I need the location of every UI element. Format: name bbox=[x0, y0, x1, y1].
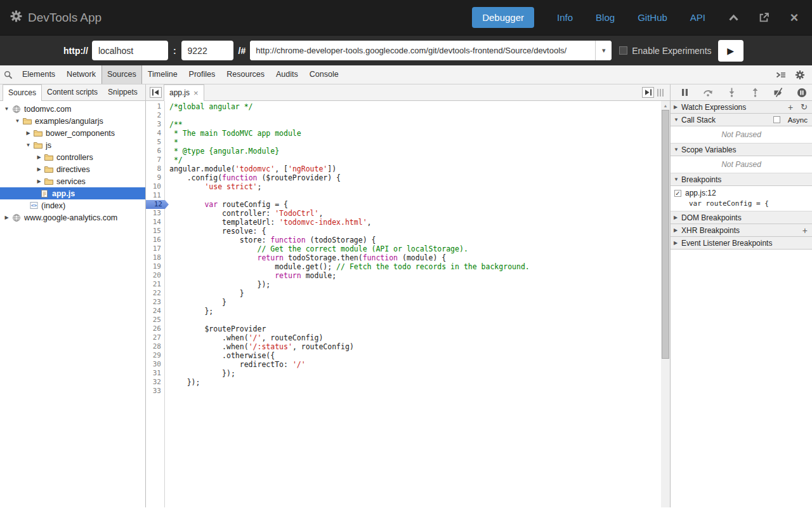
tree-collapsed-arrow-icon[interactable]: ▶ bbox=[35, 178, 43, 184]
tree-item-js[interactable]: ▼js bbox=[0, 139, 145, 151]
line-number[interactable]: 1 bbox=[146, 102, 164, 111]
editor-scrollbar[interactable]: ▲ bbox=[661, 101, 670, 507]
pause-on-exceptions-icon[interactable] bbox=[797, 88, 807, 98]
tab-sources[interactable]: Sources bbox=[102, 65, 142, 84]
host-input[interactable] bbox=[92, 41, 168, 60]
line-number[interactable]: 26 bbox=[146, 324, 164, 333]
tree-collapsed-arrow-icon[interactable]: ▶ bbox=[24, 130, 32, 136]
nav-api[interactable]: API bbox=[690, 12, 705, 23]
subtab-content-scripts[interactable]: Content scripts bbox=[42, 84, 103, 100]
tab-resources[interactable]: Resources bbox=[221, 65, 270, 84]
line-number[interactable]: 21 bbox=[146, 280, 164, 289]
tree-item-controllers[interactable]: ▶controllers bbox=[0, 151, 145, 163]
step-over-icon[interactable] bbox=[703, 88, 713, 98]
line-number[interactable]: 11 bbox=[146, 191, 164, 200]
close-icon[interactable]: × bbox=[788, 11, 801, 24]
tab-profiles[interactable]: Profiles bbox=[183, 65, 221, 84]
line-number[interactable]: 30 bbox=[146, 360, 164, 369]
line-number[interactable]: 31 bbox=[146, 369, 164, 378]
section-event-listener-breakpoints[interactable]: ▶ Event Listener Breakpoints bbox=[671, 237, 812, 250]
search-icon[interactable] bbox=[0, 70, 16, 79]
line-number[interactable]: 15 bbox=[146, 227, 164, 236]
tree-item-www-google-analytics-com[interactable]: ▶www.google-analytics.com bbox=[0, 211, 145, 224]
line-number[interactable]: 9 bbox=[146, 173, 164, 182]
section-dom-breakpoints[interactable]: ▶ DOM Breakpoints bbox=[671, 211, 812, 224]
console-drawer-icon[interactable] bbox=[774, 68, 788, 82]
tree-item-directives[interactable]: ▶directives bbox=[0, 163, 145, 175]
line-number[interactable]: 16 bbox=[146, 236, 164, 244]
subtab-snippets[interactable]: Snippets bbox=[103, 84, 143, 100]
scroll-up-arrow[interactable]: ▲ bbox=[661, 101, 670, 110]
tree-collapsed-arrow-icon[interactable]: ▶ bbox=[35, 166, 43, 172]
nav-info[interactable]: Info bbox=[557, 12, 573, 23]
scrollbar-thumb[interactable] bbox=[662, 110, 669, 359]
tab-console[interactable]: Console bbox=[304, 65, 344, 84]
step-into-icon[interactable] bbox=[726, 88, 737, 98]
tab-audits[interactable]: Audits bbox=[270, 65, 304, 84]
port-input[interactable] bbox=[181, 41, 233, 60]
line-number[interactable]: 23 bbox=[146, 298, 164, 307]
tree-item-index[interactable]: <>(index) bbox=[0, 199, 145, 211]
tree-item-bower-components[interactable]: ▶bower_components bbox=[0, 127, 145, 139]
tree-expanded-arrow-icon[interactable]: ▼ bbox=[13, 118, 22, 124]
breakpoint-entry[interactable]: ✓ app.js:12 var routeConfig = { bbox=[671, 186, 812, 211]
tree-expanded-arrow-icon[interactable]: ▼ bbox=[24, 142, 32, 148]
show-sidebar-icon[interactable] bbox=[642, 87, 654, 98]
tab-network[interactable]: Network bbox=[61, 65, 102, 84]
section-watch-expressions[interactable]: ▶ Watch Expressions + ↻ bbox=[671, 101, 812, 114]
tree-collapsed-arrow-icon[interactable]: ▶ bbox=[3, 215, 11, 220]
breakpoint-line-number[interactable]: 12 bbox=[146, 200, 169, 209]
async-checkbox[interactable] bbox=[773, 116, 780, 123]
line-number[interactable]: 29 bbox=[146, 351, 164, 360]
section-xhr-breakpoints[interactable]: ▶ XHR Breakpoints + bbox=[671, 224, 812, 237]
line-number[interactable]: 33 bbox=[146, 387, 164, 396]
section-call-stack[interactable]: ▼ Call Stack Async bbox=[671, 114, 812, 126]
line-number[interactable]: 3 bbox=[146, 120, 164, 129]
tree-item-todomvc-com[interactable]: ▼todomvc.com bbox=[0, 103, 145, 115]
external-link-icon[interactable] bbox=[757, 11, 770, 24]
line-number[interactable]: 24 bbox=[146, 307, 164, 316]
deactivate-breakpoints-icon[interactable] bbox=[773, 88, 783, 98]
line-number[interactable]: 8 bbox=[146, 164, 164, 173]
line-number[interactable]: 7 bbox=[146, 156, 164, 164]
file-tab-appjs[interactable]: app.js × bbox=[164, 84, 204, 101]
tree-item-services[interactable]: ▶services bbox=[0, 175, 145, 187]
tree-collapsed-arrow-icon[interactable]: ▶ bbox=[35, 154, 43, 160]
nav-blog[interactable]: Blog bbox=[596, 12, 615, 23]
enable-experiments-checkbox[interactable] bbox=[619, 46, 627, 55]
line-number[interactable]: 32 bbox=[146, 378, 164, 387]
line-number[interactable]: 27 bbox=[146, 333, 164, 342]
add-xhr-breakpoint-icon[interactable]: + bbox=[802, 226, 808, 235]
hide-navigator-icon[interactable] bbox=[150, 87, 162, 98]
section-scope-variables[interactable]: ▼ Scope Variables bbox=[671, 144, 812, 156]
line-number[interactable]: 25 bbox=[146, 316, 164, 324]
tree-expanded-arrow-icon[interactable]: ▼ bbox=[3, 106, 11, 112]
subtab-sources[interactable]: Sources bbox=[3, 84, 42, 101]
line-number[interactable]: 6 bbox=[146, 147, 164, 156]
tree-item-examples-angularjs[interactable]: ▼examples/angularjs bbox=[0, 115, 145, 127]
line-number[interactable]: 19 bbox=[146, 262, 164, 271]
line-number[interactable]: 14 bbox=[146, 218, 164, 227]
tab-elements[interactable]: Elements bbox=[16, 65, 61, 84]
line-number[interactable]: 10 bbox=[146, 182, 164, 191]
collapse-chevron-icon[interactable] bbox=[727, 11, 740, 24]
line-number[interactable]: 13 bbox=[146, 209, 164, 218]
line-number[interactable]: 5 bbox=[146, 138, 164, 147]
breakpoint-checkbox[interactable]: ✓ bbox=[674, 190, 681, 197]
url-dropdown-button[interactable]: ▾ bbox=[595, 41, 612, 60]
breakpoint-location[interactable]: app.js:12 bbox=[685, 189, 716, 197]
tab-timeline[interactable]: Timeline bbox=[142, 65, 183, 84]
add-watch-icon[interactable]: + bbox=[788, 103, 793, 112]
frontend-url-input[interactable] bbox=[250, 41, 595, 60]
nav-debugger[interactable]: Debugger bbox=[472, 7, 534, 28]
step-out-icon[interactable] bbox=[750, 88, 760, 98]
drag-handle-icon[interactable] bbox=[657, 89, 664, 97]
tree-item-app-js[interactable]: app.js bbox=[0, 187, 145, 199]
line-number[interactable]: 18 bbox=[146, 253, 164, 262]
line-number[interactable]: 28 bbox=[146, 342, 164, 351]
line-number[interactable]: 17 bbox=[146, 244, 164, 253]
line-number[interactable]: 2 bbox=[146, 111, 164, 120]
section-breakpoints[interactable]: ▼ Breakpoints bbox=[671, 173, 812, 186]
refresh-icon[interactable]: ↻ bbox=[801, 103, 808, 112]
settings-gear-icon[interactable] bbox=[793, 68, 807, 82]
